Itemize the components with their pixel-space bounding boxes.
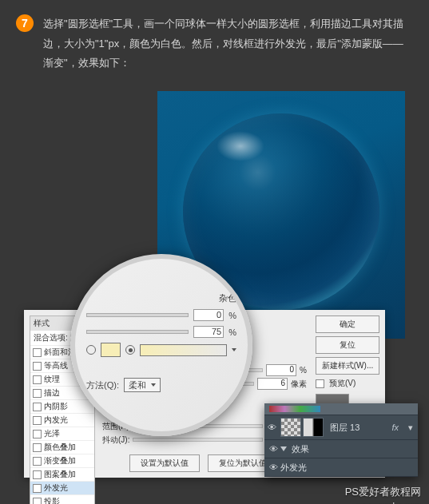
sidebar-item-outer-glow[interactable]: 外发光	[30, 481, 94, 494]
fx-chevron-icon[interactable]: ▾	[403, 423, 418, 433]
checkbox-icon[interactable]	[33, 403, 42, 411]
outer-glow-label: 外发光	[280, 462, 307, 474]
spread-input[interactable]: 0	[266, 364, 296, 376]
preview-label: 预览(V)	[329, 378, 356, 389]
sidebar-item-gradient-overlay[interactable]: 渐变叠加	[30, 454, 94, 467]
ok-button[interactable]: 确定	[316, 315, 379, 333]
chevron-down-icon	[151, 383, 156, 387]
watermark-url: www.psahz.com	[358, 501, 421, 504]
triangle-down-icon	[280, 446, 287, 451]
mag-opacity-input[interactable]: 75	[193, 326, 224, 338]
step-instruction-text: 选择"圆形选框"工具，画一个同球体一样大小的圆形选框，利用描边工具对其描边，大小…	[43, 14, 407, 73]
gradient-swatch[interactable]	[140, 344, 227, 356]
mag-opacity-slider[interactable]	[86, 330, 189, 334]
layer-thumbnail[interactable]	[280, 418, 301, 437]
gradient-radio[interactable]	[125, 345, 135, 355]
magnifier-lens: 杂色 0 % 75 % 方法(Q): 柔和	[70, 254, 252, 436]
visibility-eye-icon[interactable]: 👁	[264, 423, 279, 432]
layers-panel: 👁 图层 13 fx ▾ 👁 效果 👁 外发光	[264, 403, 418, 477]
unit-px: 像素	[291, 379, 307, 390]
checkbox-icon[interactable]	[33, 362, 42, 371]
jitter-slider[interactable]	[133, 438, 263, 442]
new-style-button[interactable]: 新建样式(W)...	[316, 357, 379, 375]
unit-percent: %	[228, 311, 236, 320]
visibility-eye-icon[interactable]: 👁	[266, 462, 280, 472]
jitter-label: 抖动(J):	[102, 435, 129, 446]
make-default-button[interactable]: 设置为默认值	[129, 454, 200, 472]
sidebar-item-pattern-overlay[interactable]: 图案叠加	[30, 467, 94, 481]
color-swatch[interactable]	[101, 343, 121, 357]
preview-checkbox[interactable]	[316, 379, 324, 388]
checkbox-icon[interactable]	[33, 430, 42, 439]
checkbox-icon[interactable]	[33, 484, 42, 493]
step-number-badge: 7	[16, 14, 34, 32]
checkbox-icon[interactable]	[33, 470, 42, 479]
mag-method-dropdown[interactable]: 柔和	[124, 378, 161, 392]
checkbox-icon[interactable]	[33, 389, 42, 398]
sidebar-item-inner-shadow[interactable]: 内阴影	[30, 399, 94, 413]
mag-noise-input[interactable]: 0	[193, 309, 224, 321]
layer-row[interactable]: 👁 图层 13 fx ▾	[264, 415, 418, 440]
chevron-down-icon[interactable]	[232, 348, 236, 351]
checkbox-icon[interactable]	[33, 457, 42, 466]
mag-noise-slider[interactable]	[86, 313, 189, 317]
unit-percent: %	[228, 327, 236, 337]
layer-mask-thumbnail[interactable]	[303, 418, 324, 437]
checkbox-icon[interactable]	[33, 348, 42, 357]
layer-outer-glow-row[interactable]: 👁 外发光	[264, 458, 418, 477]
checkbox-icon[interactable]	[33, 375, 42, 384]
cancel-button[interactable]: 复位	[316, 336, 379, 354]
visibility-eye-icon[interactable]: 👁	[266, 444, 280, 454]
layer-name[interactable]: 图层 13	[325, 422, 391, 434]
sidebar-item-color-overlay[interactable]: 颜色叠加	[30, 440, 94, 454]
unit-percent: %	[300, 366, 307, 375]
layer-effects-row[interactable]: 👁 效果	[264, 440, 418, 458]
layers-gradient-strip	[264, 403, 418, 415]
mag-title: 杂色	[219, 292, 236, 304]
color-radio[interactable]	[86, 345, 96, 355]
sidebar-item-satin[interactable]: 光泽	[30, 427, 94, 440]
layer-fx-badge[interactable]: fx	[391, 423, 403, 432]
watermark-title: PS爱好者教程网	[345, 485, 421, 499]
sidebar-item-drop-shadow[interactable]: 投影	[30, 494, 94, 504]
sidebar-item-inner-glow[interactable]: 内发光	[30, 413, 94, 427]
effects-label: 效果	[292, 443, 309, 455]
checkbox-icon[interactable]	[33, 416, 42, 425]
checkbox-icon[interactable]	[33, 498, 42, 505]
mag-method-label: 方法(Q):	[86, 379, 119, 391]
checkbox-icon[interactable]	[33, 443, 42, 452]
size-input[interactable]: 6	[257, 378, 288, 390]
